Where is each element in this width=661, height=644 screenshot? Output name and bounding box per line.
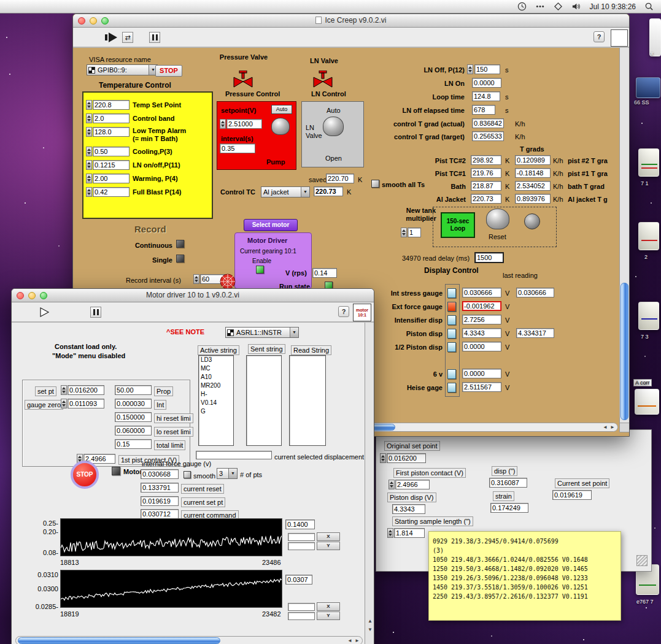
- smooth-checkbox[interactable]: [184, 471, 191, 478]
- motor-driver-titlebar[interactable]: Motor driver 10 to 1 v9.0.2.vi: [12, 289, 374, 302]
- vertical-scroll-thumb[interactable]: [620, 283, 628, 420]
- stepper[interactable]: [86, 187, 92, 197]
- read-string-list[interactable]: [289, 355, 326, 446]
- stepper[interactable]: [380, 453, 386, 463]
- new-tank-field[interactable]: 1: [408, 228, 421, 237]
- stepper[interactable]: [86, 100, 92, 110]
- stepper[interactable]: [220, 119, 226, 129]
- desktop-icon[interactable]: [635, 389, 659, 415]
- stepper[interactable]: [86, 113, 92, 123]
- motor-running-checkbox[interactable]: [112, 467, 120, 475]
- minimize-button[interactable]: [28, 292, 36, 299]
- pump-knob[interactable]: [271, 118, 290, 135]
- zoom-button[interactable]: [40, 292, 47, 299]
- cursor-field[interactable]: [288, 603, 315, 611]
- display-toggle[interactable]: [447, 288, 456, 298]
- setpoint-field[interactable]: 2.51000: [226, 119, 262, 129]
- list-item[interactable]: MC: [199, 364, 233, 373]
- scroll-right-icon[interactable]: ►: [355, 638, 360, 643]
- help-button[interactable]: ?: [338, 306, 349, 317]
- vertical-scrollbar[interactable]: [619, 48, 630, 423]
- menu-dots-icon[interactable]: [535, 2, 545, 11]
- cooling-field[interactable]: 0.50: [93, 147, 129, 156]
- menu-extra-icon[interactable]: [554, 2, 563, 11]
- desktop-icon-label[interactable]: e767 7: [636, 599, 654, 605]
- clock-icon[interactable]: [517, 2, 527, 11]
- continuous-checkbox[interactable]: [176, 240, 184, 248]
- sample-length-field[interactable]: 1.814: [394, 528, 425, 538]
- horizontal-scroll-thumb[interactable]: [18, 637, 220, 644]
- menu-clock-text[interactable]: Jul 10 9:38:26: [590, 2, 636, 11]
- stepper[interactable]: [61, 399, 67, 408]
- scroll-down-icon[interactable]: ▼: [368, 627, 373, 632]
- desktop-icon-label[interactable]: 66 SS: [634, 99, 649, 105]
- num-pts-dropdown[interactable]: 3▼: [217, 468, 238, 479]
- gauge-zero-field[interactable]: 0.011093: [68, 399, 104, 408]
- hi-reset-field[interactable]: 0.150000: [115, 412, 152, 422]
- help-button[interactable]: ?: [593, 31, 605, 42]
- ln-onoff-field[interactable]: 0.1215: [93, 160, 129, 170]
- sent-string-list[interactable]: [246, 355, 282, 446]
- zoom-button[interactable]: [101, 17, 109, 25]
- fan-icon[interactable]: [219, 273, 236, 290]
- stepper[interactable]: [61, 385, 67, 395]
- vertical-scrollbar[interactable]: ▲ ▼: [365, 323, 374, 644]
- desktop-icon-label[interactable]: 7 1: [641, 180, 649, 186]
- stop-button[interactable]: STOP: [71, 461, 99, 489]
- desktop-icon-label[interactable]: x: [651, 50, 654, 56]
- stepper[interactable]: [86, 174, 92, 183]
- resize-grip[interactable]: [636, 555, 647, 566]
- enable-checkbox[interactable]: [256, 266, 264, 274]
- stepper[interactable]: [86, 127, 92, 137]
- select-motor-gearing-button[interactable]: Select motor gearing: [244, 219, 298, 231]
- interval-field[interactable]: 0.35: [220, 144, 255, 153]
- desktop-icon[interactable]: [638, 148, 659, 177]
- pause-button[interactable]: [149, 32, 160, 43]
- x-axis-lock-button[interactable]: X: [317, 532, 340, 541]
- y-axis-lock-button[interactable]: Y: [317, 611, 340, 620]
- scroll-up-icon[interactable]: ▲: [368, 619, 373, 624]
- list-item[interactable]: MR200: [199, 381, 233, 390]
- ln-off-field[interactable]: 150: [474, 64, 500, 74]
- desktop-icon-label[interactable]: 7 3: [641, 334, 649, 340]
- prop-field[interactable]: 50.00: [115, 385, 152, 395]
- y-axis-lock-button[interactable]: Y: [317, 542, 340, 550]
- read-delay-field[interactable]: 1500: [474, 252, 504, 263]
- temp-set-point-field[interactable]: 220.8: [93, 100, 129, 110]
- display-toggle[interactable]: [447, 302, 456, 312]
- list-item[interactable]: A10: [199, 373, 233, 381]
- stepper[interactable]: [86, 160, 92, 170]
- reset-knob[interactable]: [486, 209, 509, 229]
- cursor-field[interactable]: [288, 612, 315, 620]
- stepper[interactable]: [388, 480, 395, 489]
- control-tc-dropdown[interactable]: Al jacket▼: [261, 186, 310, 197]
- run-arrow-icon[interactable]: [39, 307, 50, 317]
- horizontal-scrollbar[interactable]: ◄ ►: [15, 636, 363, 644]
- stepper[interactable]: [467, 64, 473, 74]
- run-arrow-icon[interactable]: [109, 33, 117, 42]
- close-button[interactable]: [17, 292, 24, 299]
- set-pt-field[interactable]: 0.016200: [68, 385, 104, 395]
- display-toggle[interactable]: [447, 369, 456, 379]
- volume-icon[interactable]: [571, 2, 581, 11]
- scroll-left-icon[interactable]: ◄: [347, 638, 352, 643]
- display-toggle[interactable]: [447, 342, 456, 352]
- visa-resource-dropdown[interactable]: GPIB0::9:▼: [87, 64, 158, 75]
- stepper[interactable]: [401, 228, 407, 237]
- stepper[interactable]: [86, 147, 92, 156]
- list-item[interactable]: G: [199, 407, 233, 416]
- desktop-icon[interactable]: [638, 222, 659, 250]
- desktop-icon[interactable]: [636, 77, 660, 98]
- lo-reset-field[interactable]: 0.060000: [115, 426, 152, 435]
- display-toggle[interactable]: [447, 315, 456, 325]
- display-toggle[interactable]: [447, 329, 456, 339]
- stepper[interactable]: [193, 274, 199, 284]
- visa-resource-dropdown[interactable]: ASRL1::INSTR▼: [225, 327, 299, 338]
- warming-field[interactable]: 2.00: [93, 174, 129, 183]
- run-button[interactable]: [105, 34, 107, 40]
- smooth-all-checkbox[interactable]: [371, 180, 379, 188]
- run-continuous-icon[interactable]: ⇄: [122, 32, 133, 43]
- pause-button[interactable]: [90, 307, 101, 318]
- list-item[interactable]: H-: [199, 390, 233, 399]
- desktop-icon[interactable]: [638, 302, 659, 330]
